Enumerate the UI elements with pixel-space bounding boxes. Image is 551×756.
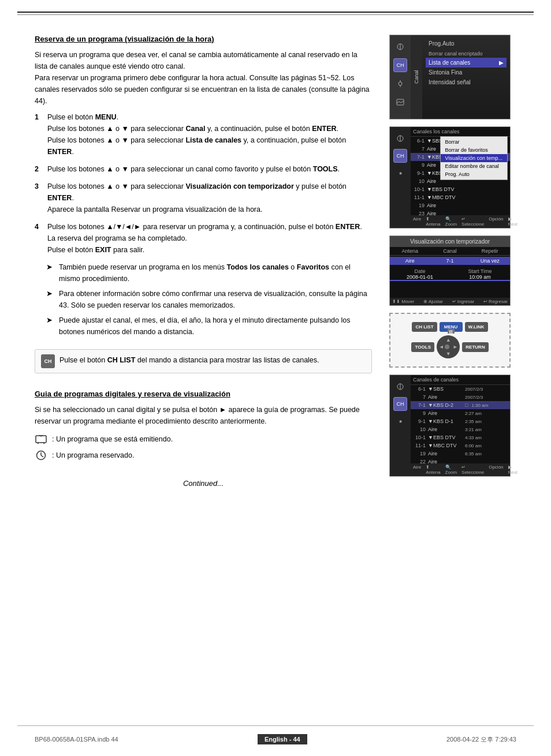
step-3: 3 Pulse los botones ▲ o ▼ para seleccion… bbox=[35, 181, 372, 215]
tv-menu-icon-picture bbox=[393, 95, 407, 109]
remote-top-row: CH LIST MENU ||| W.LINK bbox=[412, 322, 487, 332]
program-icon-row-1: : Un programa que se está emitiendo. bbox=[35, 433, 372, 446]
tv-menu-borrar: Borrar canal encriptado bbox=[426, 48, 507, 58]
tv-guide-icon-antenna bbox=[393, 380, 407, 394]
tv-menu-intensidad: Intensidad señal bbox=[426, 77, 507, 87]
step-2: 2 Pulse los botones ▲ o ▼ para seleccion… bbox=[35, 163, 372, 175]
top-border-thick bbox=[17, 12, 534, 13]
tv-tools-popup: Borrar Borrar de favoritos Visualización… bbox=[440, 136, 508, 180]
step-4-content: Pulse los botones ▲/▼/◄/► para reservar … bbox=[47, 221, 372, 256]
tv-guide-row-7: 11-1 ▼MBC DTV 6:00 am bbox=[411, 441, 510, 450]
rmt-tools: TOOLS bbox=[411, 342, 434, 352]
tv-icon bbox=[35, 433, 47, 446]
tv-menu-items: Prog.Auto Borrar canal encriptado Lista … bbox=[422, 35, 510, 119]
step-1: 1 Pulse el botón MENU. Pulse los botones… bbox=[35, 111, 372, 158]
note-1-arrow: ➤ bbox=[46, 261, 54, 285]
tv-tools-borrar: Borrar bbox=[441, 138, 507, 146]
tv-chan-row-7: 11-1 ▼MBC DTV bbox=[411, 193, 510, 201]
tv-chan-row-8: 19 Aire bbox=[411, 201, 510, 209]
remote-mid-row: TOOLS ▲ ◄► ▼ RETURN bbox=[411, 335, 488, 358]
section2: Guia de programas digitales y reserva de… bbox=[35, 390, 372, 462]
tv-screenshot-menu: CH bbox=[389, 35, 511, 119]
tv-timer-footer: ⬆⬇ Mover ⊕ Ajustar ↵ Ingresar ↩ Regresar bbox=[390, 298, 510, 305]
tv-menu-icon-channel: CH bbox=[393, 58, 407, 72]
footer-file-info: BP68-00658A-01SPA.indb 44 bbox=[35, 736, 118, 743]
tv-timer-header: Antena Canal Repetir bbox=[390, 247, 510, 256]
tv-guide-row-5: 10 Aire 3:21 am bbox=[411, 425, 510, 433]
step-4: 4 Pulse los botones ▲/▼/◄/► para reserva… bbox=[35, 221, 372, 256]
tv-guide-icon-star: ★ bbox=[393, 414, 407, 428]
note-1-text: También puede reservar un programa en lo… bbox=[59, 261, 372, 285]
tv-menu-left-bar: CH bbox=[390, 35, 411, 119]
bottom-border bbox=[17, 725, 534, 726]
note-2-text: Para obtener información sobre cómo conf… bbox=[59, 288, 372, 311]
tv-guide-row-8: 19 Aire 6:35 am bbox=[411, 450, 510, 458]
clock-icon-label: : Un programa reservado. bbox=[52, 451, 134, 459]
tv-timer-h-repetir: Repetir bbox=[470, 247, 510, 255]
top-border-thin bbox=[17, 14, 534, 15]
step-3-content: Pulse los botones ▲ o ▼ para seleccionar… bbox=[47, 181, 372, 215]
svg-point-10 bbox=[399, 82, 402, 85]
step-2-number: 2 bbox=[35, 163, 43, 175]
tv-timer-date-label: Date bbox=[390, 268, 450, 274]
rmt-menu: MENU ||| bbox=[440, 322, 463, 332]
tv-timer-canal-val: 7-1 bbox=[430, 257, 470, 265]
footer-date-info: 2008-04-22 오후 7:29:43 bbox=[446, 735, 516, 744]
section1-title: Reserva de un programa (visualización de… bbox=[35, 35, 372, 43]
svg-line-15 bbox=[399, 102, 401, 103]
step-4-number: 4 bbox=[35, 221, 43, 256]
remote-control-diagram: CH LIST MENU ||| W.LINK TOOLS ▲ ◄► ▼ bbox=[389, 313, 511, 368]
tv-guide-left-bar: CH ★ bbox=[390, 375, 411, 476]
rmt-chlist: CH LIST bbox=[412, 322, 437, 332]
tv-guide-icon-ch: CH bbox=[393, 397, 407, 411]
step-1-number: 1 bbox=[35, 111, 43, 158]
tv-timer-date-val: 2008-01-01 bbox=[390, 274, 450, 281]
tv-chan-row-6: 10-1 ▼EBS DTV bbox=[411, 185, 510, 193]
remote-note-text: Pulse el botón CH LIST del mando a dista… bbox=[59, 354, 319, 366]
program-icon-row-2: : Un programa reservado. bbox=[35, 449, 372, 462]
tv-timer-h-canal: Canal bbox=[430, 247, 470, 255]
content-wrapper: Reserva de un programa (visualización de… bbox=[35, 35, 516, 488]
tv-chanlist-screen: CH ★ Canales los canales 6-1 ▼SBS 7 bbox=[390, 127, 510, 228]
tv-chan-icon-ch: CH bbox=[393, 149, 407, 163]
tv-guide-content: Canales de canales 6-1 ▼SBS 2007/2/3 7 A… bbox=[411, 375, 510, 476]
tv-chan-content: Canales los canales 6-1 ▼SBS 7 Aire bbox=[411, 127, 510, 228]
section1-intro: Si reserva un programa que desea ver, el… bbox=[35, 49, 372, 107]
tv-screenshot-guide: CH ★ Canales de canales 6-1 ▼SBS 2007/2/… bbox=[389, 375, 511, 477]
tv-timer-vez: Una vez bbox=[470, 257, 510, 265]
tv-chan-left-bar: CH ★ bbox=[390, 127, 411, 228]
tv-timer-aire: Aire bbox=[390, 257, 430, 265]
note-3-arrow: ➤ bbox=[46, 315, 54, 338]
tv-menu-icon-antenna bbox=[393, 40, 407, 54]
tv-tools-prog-auto: Prog. Auto bbox=[441, 170, 507, 178]
tv-chan-footer: Aire⬆ Antena🔍 Zoom↵ SeleccioneOpción▶ Ne… bbox=[411, 215, 510, 228]
section2-title: Guia de programas digitales y reserva de… bbox=[35, 390, 372, 398]
tv-guide-screen: CH ★ Canales de canales 6-1 ▼SBS 2007/2/… bbox=[390, 375, 510, 476]
tv-tools-editar: Editar nombre de canal bbox=[441, 162, 507, 170]
svg-line-16 bbox=[401, 101, 404, 103]
tv-menu-canal-label: Canal bbox=[411, 35, 422, 119]
svg-line-7 bbox=[41, 455, 43, 457]
step-2-content: Pulse los botones ▲ o ▼ para seleccionar… bbox=[47, 163, 372, 175]
note-2: ➤ Para obtener información sobre cómo co… bbox=[46, 288, 372, 311]
tv-guide-row-4: 9-1 ▼KBS D-1 2:35 am bbox=[411, 417, 510, 425]
tv-tools-visualizacion: Visualización con temp... bbox=[441, 154, 507, 162]
tv-guide-row-1: 7 Aire 2007/2/3 bbox=[411, 393, 510, 401]
tv-timer-screen: Visualización con temporizador Antena Ca… bbox=[390, 236, 510, 305]
svg-rect-0 bbox=[36, 436, 46, 443]
remote-icon: CH bbox=[41, 354, 55, 368]
tv-guide-row-2: 7-1 ▼KBS D-2 □ 1:30 am bbox=[411, 401, 510, 409]
rmt-wlink: W.LINK bbox=[465, 322, 488, 332]
tv-menu-screen: CH bbox=[390, 35, 510, 119]
tv-menu-sintonia: Sintonia Fina bbox=[426, 68, 507, 77]
tv-timer-row1: Aire 7-1 Una vez bbox=[390, 256, 510, 266]
left-column: Reserva de un programa (visualización de… bbox=[35, 35, 372, 488]
tv-screenshot-timer: Visualización con temporizador Antena Ca… bbox=[389, 235, 511, 306]
tv-timer-date-row: Date Start Time bbox=[390, 268, 510, 274]
note-2-arrow: ➤ bbox=[46, 288, 54, 311]
tv-guide-row-6: 10-1 ▼EBS DTV 4:33 am bbox=[411, 433, 510, 441]
tv-menu-prog-auto: Prog.Auto bbox=[426, 39, 507, 48]
tv-timer-values-row: 2008-01-01 10:09 am bbox=[390, 274, 510, 281]
tv-icon-label: : Un programa que se está emitiendo. bbox=[52, 435, 173, 443]
page-footer: BP68-00658A-01SPA.indb 44 English - 44 2… bbox=[0, 734, 551, 744]
